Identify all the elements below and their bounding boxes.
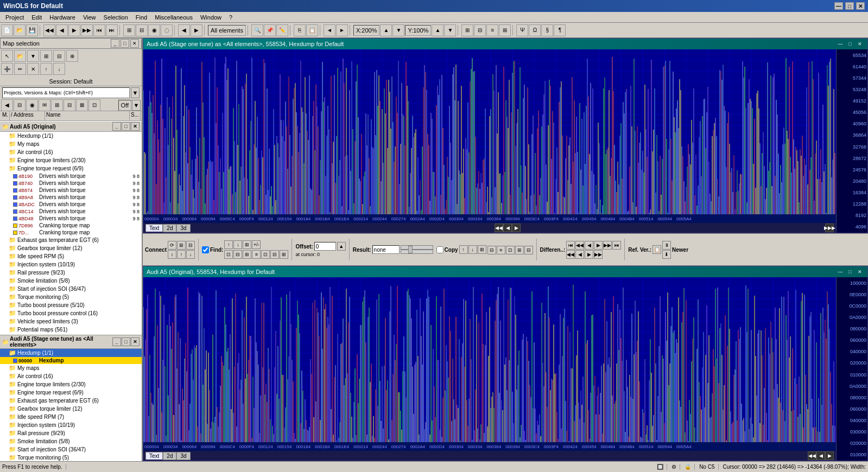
btn4[interactable]: ▶▶ [81, 24, 93, 36]
tree-item-orig-smoke[interactable]: 📁 Smoke limitation (5/8) [0, 277, 142, 285]
copy-opt4[interactable]: ⊞ [515, 246, 524, 254]
next-1[interactable]: ▶ [512, 224, 521, 232]
menu-edit[interactable]: Edit [28, 14, 45, 21]
prev-page-2[interactable]: ◀◀ [808, 451, 816, 460]
dropdown-btn[interactable]: ▼ [27, 50, 39, 62]
search-btn[interactable]: 🔍 [251, 24, 263, 36]
misc-btn2[interactable]: Ω [529, 24, 541, 36]
btn9[interactable]: ◉ [148, 24, 160, 36]
misc-btn3[interactable]: § [541, 24, 553, 36]
hex2-max[interactable]: □ [846, 267, 854, 276]
next-page-1[interactable]: ▶▶▶ [825, 224, 834, 232]
connect-btn2[interactable]: ⊞ [177, 241, 186, 250]
copy-btn1[interactable]: ↑ [459, 245, 468, 254]
tab-text-2[interactable]: Text [145, 452, 163, 460]
tree-item-orig-idle[interactable]: 📁 Idle speed RPM (5) [0, 252, 142, 260]
tree-header-stage[interactable]: 📁 Audi A5 (Stage one tune) as <All eleme… [0, 335, 142, 349]
stage-min[interactable]: _ [112, 337, 121, 346]
tree-item-orig-drv3[interactable]: 4B874 Drivers wish torque 9 8 [0, 187, 142, 194]
diff-btn1[interactable]: ⏮ [566, 241, 575, 250]
projects-input[interactable]: Projects, Versions & Maps: (Ctrl+Shift+F… [2, 87, 130, 98]
find-btn2[interactable]: ↓ [233, 240, 242, 249]
tree-item-stage-torqmon[interactable]: 📁 Torque monitoring (5) [0, 454, 142, 461]
hex2-close[interactable]: ✕ [856, 267, 864, 276]
tree-item-orig-hexdump[interactable]: 📁 Hexdump (1/1) [0, 132, 142, 140]
diff-opt1[interactable]: ◀◀ [566, 250, 575, 259]
misc-btn1[interactable]: Ψ [516, 24, 528, 36]
menu-project[interactable]: Project [2, 14, 27, 21]
menu-hardware[interactable]: Hardware [46, 14, 79, 21]
panel-close[interactable]: ✕ [130, 39, 139, 48]
prev-2[interactable]: ◀ [816, 451, 825, 460]
connect-btn1[interactable]: ⟳ [168, 241, 176, 250]
zoom-x-down[interactable]: ▼ [392, 24, 404, 36]
tree-item-orig-egt[interactable]: 📁 Exhaust gas temperature EGT (6) [0, 236, 142, 244]
tree-item-stage-etr[interactable]: 📁 Engine torque request (6/9) [0, 388, 142, 397]
find-btn1[interactable]: ↑ [224, 240, 233, 249]
menu-window[interactable]: Window [197, 14, 225, 21]
orig-close[interactable]: ✕ [131, 122, 140, 131]
tree-item-orig-veh[interactable]: 📁 Vehicle speed limiters (3) [0, 317, 142, 326]
paste-btn[interactable]: 📋 [306, 24, 318, 36]
view-btn4[interactable]: ⊞ [499, 24, 511, 36]
minimize-button[interactable]: — [834, 2, 843, 10]
stage-close[interactable]: ✕ [131, 337, 140, 346]
btn7[interactable]: ⊞ [123, 24, 135, 36]
btn8[interactable]: ⊟ [136, 24, 148, 36]
diff-opt3[interactable]: ▶ [585, 250, 593, 259]
tree-item-stage-mymaps[interactable]: 📁 My maps [0, 364, 142, 372]
find-opt2[interactable]: ⊟ [233, 250, 242, 259]
btn10[interactable]: ◌ [161, 24, 173, 36]
new-button[interactable]: 📄 [1, 24, 13, 36]
tree-item-orig-turboc[interactable]: 📁 Turbo boost pressure control (16) [0, 309, 142, 317]
off-arrow[interactable]: ▼ [132, 100, 141, 111]
zoom-y-up[interactable]: ▲ [432, 24, 443, 36]
connect-btn3[interactable]: ⊟ [186, 241, 195, 250]
diff-btn6[interactable]: ⏭ [612, 241, 621, 250]
tree-item-orig-aircontrol[interactable]: 📁 Air control (16) [0, 148, 142, 156]
view-btn2[interactable]: ⊟ [474, 24, 486, 36]
tree-item-orig-torqlim[interactable]: 📁 Engine torque limiters (2/30) [0, 156, 142, 164]
diff-btn5[interactable]: ▶▶ [603, 241, 612, 250]
refver-icon[interactable]: 📋 [652, 245, 661, 254]
tab-3d-1[interactable]: 3d [176, 224, 190, 232]
tree-header-original[interactable]: 📁 Audi A5 (Original) _ □ ✕ [0, 122, 142, 132]
find-plus[interactable]: +/- [252, 240, 261, 249]
result-slider[interactable] [401, 245, 433, 254]
tree-item-orig-crank2[interactable]: 7D... Cranking torque map [0, 229, 142, 236]
hex1-close[interactable]: ✕ [856, 40, 864, 48]
filter-btn8[interactable]: ⊡ [88, 99, 100, 111]
sel-none-btn[interactable]: ⊟ [53, 50, 65, 62]
tree-item-orig-gbox[interactable]: 📁 Gearbox torque limiter (12) [0, 244, 142, 252]
connect-btn4[interactable]: ↕ [168, 250, 176, 259]
tree-item-orig-drv4[interactable]: 4B9A8 Drivers wish torque 9 8 [0, 194, 142, 201]
btn1[interactable]: ◀◀ [43, 24, 55, 36]
tree-item-orig-torqmon[interactable]: 📁 Torque monitoring (5) [0, 293, 142, 301]
nav-right[interactable]: ► [336, 24, 348, 36]
btn2[interactable]: ◀ [56, 24, 68, 36]
tree-item-orig-soi[interactable]: 📁 Start of injection SOI (36/47) [0, 285, 142, 293]
misc-btn4[interactable]: ¶ [554, 24, 566, 36]
diff-btn2[interactable]: ◀◀ [575, 241, 584, 250]
tab-text-1[interactable]: Text [145, 224, 163, 232]
tree-item-stage-air[interactable]: 📁 Air control (16) [0, 372, 142, 380]
find-opt5[interactable]: ⊡ [261, 250, 270, 259]
tree-item-orig-turbo[interactable]: 📁 Turbo boost pressure (5/10) [0, 301, 142, 309]
open-proj-btn[interactable]: 📂 [14, 50, 26, 62]
menu-find[interactable]: Find [132, 14, 150, 21]
connect-btn5[interactable]: ↑ [177, 250, 186, 259]
tree-item-stage-egt[interactable]: 📁 Exhaust gas temperature EGT (6) [0, 397, 142, 405]
diff-btn3[interactable]: ◀ [585, 241, 593, 250]
refver-down[interactable]: ⬇ [662, 250, 671, 259]
connect-btn6[interactable]: ↓ [186, 250, 195, 259]
btn5[interactable]: ⏮ [93, 24, 105, 36]
diff-opt2[interactable]: ◀ [575, 250, 584, 259]
tree-item-orig-mymaps[interactable]: 📁 My maps [0, 140, 142, 148]
copy-checkbox[interactable] [436, 246, 443, 253]
tree-item-orig-crank1[interactable]: 7D896 Cranking torque map [0, 222, 142, 229]
find-btn3[interactable]: ⊞ [243, 240, 251, 249]
nav-left[interactable]: ◄ [324, 24, 335, 36]
move-dn-btn[interactable]: ↓ [53, 63, 65, 75]
zoom-y-down[interactable]: ▼ [444, 24, 456, 36]
tree-item-orig-drv2[interactable]: 4B740 Drivers wish torque 9 8 [0, 180, 142, 187]
